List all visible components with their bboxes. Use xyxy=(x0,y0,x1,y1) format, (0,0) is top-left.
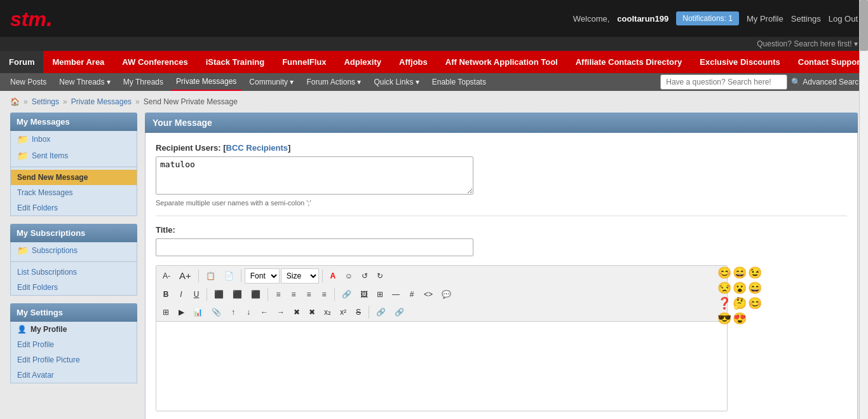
nav-affjobs[interactable]: Affjobs xyxy=(390,51,437,73)
nav-forum[interactable]: Forum xyxy=(0,51,43,73)
toolbar-table[interactable]: ⊞ xyxy=(373,287,387,301)
toolbar-font-size-decrease[interactable]: A- xyxy=(159,269,174,283)
toolbar-strike[interactable]: S xyxy=(351,305,365,319)
emoji-surprised[interactable]: 😮 xyxy=(733,281,747,295)
nav-aff-network[interactable]: Aff Network Application Tool xyxy=(437,51,567,73)
subnav-community[interactable]: Community ▾ xyxy=(244,74,299,90)
toolbar-col-right[interactable]: → xyxy=(273,305,288,319)
question-search-link[interactable]: Question? Search here first! ▾ xyxy=(757,39,858,48)
toolbar-del-row[interactable]: ✖ xyxy=(290,305,304,319)
toolbar-row-below[interactable]: ↓ xyxy=(241,305,255,319)
logout-link[interactable]: Log Out xyxy=(829,14,858,24)
subnav-enable-topstats[interactable]: Enable Topstats xyxy=(427,74,491,90)
toolbar-indent[interactable]: ≡ xyxy=(302,287,316,301)
toolbar-paste[interactable]: 📋 xyxy=(202,269,219,283)
nav-funnelflux[interactable]: FunnelFlux xyxy=(273,51,335,73)
scrollbar-thumb[interactable] xyxy=(860,0,868,51)
emoji-think[interactable]: 🤔 xyxy=(733,296,747,310)
nav-member-area[interactable]: Member Area xyxy=(43,51,113,73)
toolbar-align-left[interactable]: ⬛ xyxy=(210,287,227,301)
emoji-question[interactable]: ❓ xyxy=(717,296,731,310)
toolbar-link[interactable]: 🔗 xyxy=(338,287,355,301)
emoji-smile[interactable]: 😊 xyxy=(717,266,731,280)
emoji-love[interactable]: 😍 xyxy=(733,312,747,326)
editor-body[interactable] xyxy=(156,322,727,411)
toolbar-table2[interactable]: ⊞ xyxy=(159,305,173,319)
advanced-search-link[interactable]: 🔍 Advanced Search xyxy=(791,78,863,86)
notifications-button[interactable]: Notifications: 1 xyxy=(676,11,739,25)
recipient-input[interactable]: matuloo xyxy=(156,156,473,195)
toolbar-attach[interactable]: 📎 xyxy=(208,305,225,319)
title-input[interactable] xyxy=(156,238,473,256)
subnav-my-threads[interactable]: My Threads xyxy=(118,74,168,90)
toolbar-redo[interactable]: ↻ xyxy=(373,269,387,283)
nav-exclusive-discounts[interactable]: Exclusive Discounts xyxy=(691,51,789,73)
emoji-grin[interactable]: 😄 xyxy=(733,266,747,280)
sidebar-my-profile[interactable]: 👤 My Profile xyxy=(11,322,137,337)
search-input[interactable] xyxy=(660,74,787,90)
emoji-laugh[interactable]: 😄 xyxy=(748,281,762,295)
toolbar-col-left[interactable]: ← xyxy=(257,305,272,319)
emoji-happy[interactable]: 😊 xyxy=(748,296,762,310)
toolbar-unordered-list[interactable]: ≡ xyxy=(287,287,301,301)
emoji-mad[interactable]: 😒 xyxy=(717,281,731,295)
toolbar-insert-link[interactable]: 🔗 xyxy=(372,305,390,319)
sidebar-list-subscriptions[interactable]: List Subscriptions xyxy=(11,264,137,280)
toolbar-align-center[interactable]: ⬛ xyxy=(229,287,246,301)
toolbar-italic[interactable]: I xyxy=(174,287,188,301)
breadcrumb-private-messages[interactable]: Private Messages xyxy=(71,97,132,106)
sidebar-edit-folders[interactable]: Edit Folders xyxy=(11,200,137,216)
toolbar-poll[interactable]: 📊 xyxy=(189,305,207,319)
toolbar-underline[interactable]: U xyxy=(189,287,203,301)
toolbar-emoji[interactable]: ☺ xyxy=(341,269,356,283)
toolbar-ordered-list[interactable]: ≡ xyxy=(271,287,285,301)
toolbar-subscript[interactable]: x₂ xyxy=(320,305,335,319)
subnav-forum-actions[interactable]: Forum Actions ▾ xyxy=(301,74,366,90)
toolbar-align-right[interactable]: ⬛ xyxy=(247,287,264,301)
home-icon[interactable]: 🏠 xyxy=(10,97,20,106)
sidebar-sent-items[interactable]: 📁 Sent Items xyxy=(11,148,137,164)
sidebar-edit-folders-sub[interactable]: Edit Folders xyxy=(11,280,137,295)
toolbar-undo[interactable]: ↺ xyxy=(358,269,372,283)
toolbar-hr[interactable]: — xyxy=(388,287,403,301)
toolbar-bold[interactable]: B xyxy=(159,287,173,301)
font-select[interactable]: Font xyxy=(245,268,280,284)
sidebar-send-new-message[interactable]: Send New Message xyxy=(11,170,137,185)
toolbar-hash[interactable]: # xyxy=(405,287,419,301)
emoji-cool[interactable]: 😎 xyxy=(717,312,731,326)
nav-contact-support[interactable]: Contact Support xyxy=(789,51,868,73)
sidebar-edit-profile[interactable]: Edit Profile xyxy=(11,337,137,352)
sidebar-edit-avatar[interactable]: Edit Avatar xyxy=(11,367,137,383)
toolbar-paste-plain[interactable]: 📄 xyxy=(220,269,238,283)
toolbar-media[interactable]: ▶ xyxy=(174,305,188,319)
subnav-new-threads[interactable]: New Threads ▾ xyxy=(54,74,115,90)
toolbar-row-above[interactable]: ↑ xyxy=(226,305,240,319)
my-profile-link[interactable]: My Profile xyxy=(747,14,783,24)
subnav-private-messages[interactable]: Private Messages xyxy=(171,73,241,91)
nav-aw-conferences[interactable]: AW Conferences xyxy=(113,51,196,73)
toolbar-outdent[interactable]: ≡ xyxy=(317,287,331,301)
bcc-recipients-link[interactable]: BCC Recipients xyxy=(226,143,288,153)
emoji-wink[interactable]: 😉 xyxy=(748,266,762,280)
scrollbar[interactable] xyxy=(859,0,868,419)
nav-affiliate-contacts[interactable]: Affiliate Contacts Directory xyxy=(567,51,691,73)
toolbar-quote[interactable]: 💬 xyxy=(438,287,455,301)
toolbar-superscript[interactable]: x² xyxy=(336,305,350,319)
toolbar-font-color[interactable]: A xyxy=(326,269,340,283)
toolbar-image[interactable]: 🖼 xyxy=(356,287,372,301)
breadcrumb-settings[interactable]: Settings xyxy=(32,97,59,106)
subnav-quick-links[interactable]: Quick Links ▾ xyxy=(369,74,424,90)
nav-adplexity[interactable]: Adplexity xyxy=(335,51,390,73)
toolbar-unlink[interactable]: 🔗 xyxy=(391,305,408,319)
toolbar-code[interactable]: <> xyxy=(420,287,437,301)
toolbar-del-col[interactable]: ✖ xyxy=(305,305,319,319)
sidebar-edit-profile-picture[interactable]: Edit Profile Picture xyxy=(11,352,137,367)
nav-istack-training[interactable]: iStack Training xyxy=(197,51,273,73)
subnav-new-posts[interactable]: New Posts xyxy=(5,74,51,90)
size-select[interactable]: Size xyxy=(281,268,319,284)
settings-link[interactable]: Settings xyxy=(791,14,821,24)
toolbar-font-size-increase[interactable]: A+ xyxy=(175,268,195,284)
sidebar-inbox[interactable]: 📁 Inbox xyxy=(11,131,137,148)
sidebar-subscriptions[interactable]: 📁 Subscriptions xyxy=(11,242,137,259)
sidebar-track-messages[interactable]: Track Messages xyxy=(11,185,137,200)
